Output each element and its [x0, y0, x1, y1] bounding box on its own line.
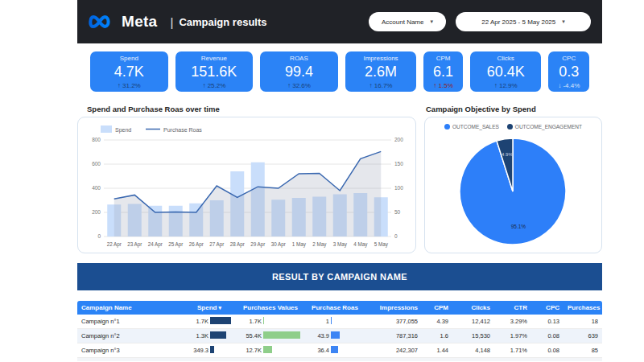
legend-dot-icon — [507, 124, 513, 130]
x-axis-label: 22 Apr — [107, 241, 122, 248]
kpi-label: ROAS — [263, 55, 335, 62]
column-header-label: Purchases — [568, 304, 600, 311]
chevron-down-icon: ▾ — [562, 19, 565, 25]
kpi-card-cpc: CPC0.3↓ -4.4% — [548, 51, 589, 92]
left-axis-tick: 0 — [97, 233, 101, 239]
kpi-card-clicks: Clicks60.4K↑ 12.9% — [470, 51, 542, 92]
account-name-dropdown[interactable]: Account Name ▾ — [369, 12, 446, 31]
table-row[interactable]: Campaign n°11.7K1.7K1377,0554.3912,4123.… — [77, 315, 602, 329]
kpi-delta: ↑ 12.9% — [473, 82, 539, 89]
pie-plot[interactable]: 95.1%4.9% — [425, 130, 601, 253]
charts-row: 002005040010060015080020022 Apr23 Apr24 … — [77, 117, 602, 253]
down-arrow-icon: ↓ — [558, 82, 561, 89]
pie-legend-item: OUTCOME_SALES — [444, 124, 499, 130]
ctr-cell: 3.29% — [494, 315, 531, 328]
column-header-label: Purchase Roas — [312, 304, 358, 311]
cell-value: 55.4K — [239, 332, 263, 339]
kpi-card-revenue: Revenue151.6K↑ 25.2% — [175, 51, 254, 92]
ctr-cell: 1.71% — [494, 343, 531, 357]
legend-label: OUTCOME_ENGAGEMENT — [515, 124, 582, 130]
kpi-value: 99.4 — [263, 64, 335, 80]
pie-chart-svg[interactable]: 95.1%4.9% — [425, 130, 601, 250]
up-arrow-icon: ↑ — [287, 82, 291, 89]
up-arrow-icon: ↑ — [202, 82, 205, 89]
account-name-label: Account Name — [382, 19, 423, 26]
cpm-cell: 4.39 — [422, 315, 452, 328]
kpi-delta: ↑ 1.5% — [427, 82, 460, 89]
column-header-spend[interactable]: Spend▾ — [184, 301, 235, 315]
campaign-table: Campaign NameSpend▾Purchases ValuesPurch… — [77, 301, 602, 361]
purchases-cell: 639 — [564, 329, 602, 343]
impressions-cell: 787,316 — [364, 329, 422, 343]
x-axis-label: 2 May — [312, 241, 327, 248]
kpi-value: 60.4K — [473, 64, 539, 80]
column-header-purchases-values[interactable]: Purchases Values — [235, 301, 306, 315]
kpi-value: 4.7K — [93, 64, 165, 80]
date-range-dropdown[interactable]: 22 Apr 2025 - 5 May 2025 ▾ — [456, 12, 591, 31]
clicks-cell: 4,148 — [452, 343, 494, 357]
data-bar — [331, 346, 338, 353]
cell-value: 12.7K — [239, 347, 263, 354]
column-header-cpc[interactable]: CPC — [531, 301, 564, 315]
results-banner: RESULT BY CAMPAIGN NAME — [77, 263, 602, 290]
kpi-card-roas: ROAS99.4↑ 32.6% — [260, 51, 338, 92]
column-header-purchase-roas[interactable]: Purchase Roas — [306, 301, 364, 315]
cell-value: 1.7K — [188, 318, 210, 325]
kpi-delta: ↑ 16.7% — [349, 82, 414, 89]
cell-value: 43.9 — [310, 332, 331, 339]
campaign-objective-pie-chart[interactable]: OUTCOME_SALESOUTCOME_ENGAGEMENT 95.1%4.9… — [424, 117, 602, 253]
page-title: Campaign results — [179, 16, 266, 28]
impressions-cell: 242,307 — [364, 343, 422, 357]
data-bar — [263, 317, 264, 324]
kpi-value: 6.1 — [427, 64, 460, 80]
table-partial-next-row — [77, 358, 602, 361]
x-axis-label: 1 May — [292, 241, 307, 248]
right-axis-tick: 100 — [394, 185, 403, 191]
chevron-down-icon: ▾ — [430, 19, 433, 25]
kpi-label: Clicks — [473, 55, 539, 62]
legend-spend-label: Spend — [115, 127, 131, 134]
column-header-clicks[interactable]: Clicks — [452, 301, 494, 315]
table-row[interactable]: Campaign n°3349.312.7K36.4242,3071.444,1… — [77, 343, 602, 358]
cpc-cell: 0.13 — [531, 315, 564, 328]
kpi-delta: ↑ 25.2% — [179, 82, 250, 89]
legend-spend-swatch — [101, 125, 112, 133]
pie-legend-item: OUTCOME_ENGAGEMENT — [507, 124, 582, 130]
cpc-cell: 0.08 — [531, 329, 564, 343]
impressions-cell: 377,055 — [364, 315, 422, 328]
pie-chart-title: Campaign Objective by Spend — [424, 105, 536, 113]
column-header-cpm[interactable]: CPM — [422, 301, 452, 315]
date-range-label: 22 Apr 2025 - 5 May 2025 — [481, 19, 555, 26]
column-header-campaign-name[interactable]: Campaign Name — [77, 301, 184, 315]
cpm-cell: 1.6 — [422, 329, 452, 343]
up-arrow-icon: ↑ — [118, 82, 121, 89]
left-axis-tick: 800 — [92, 137, 101, 142]
x-axis-label: 3 May — [333, 241, 348, 248]
right-axis-tick: 200 — [394, 137, 403, 142]
spend-roas-combo-chart[interactable]: 002005040010060015080020022 Apr23 Apr24 … — [77, 117, 416, 253]
cell-value: 36.4 — [310, 347, 331, 354]
dashboard-page: Meta | Campaign results Account Name ▾ 2… — [77, 0, 602, 361]
purchases-cell: 18 — [564, 315, 602, 328]
data-bar — [210, 346, 214, 353]
column-header-impressions[interactable]: Impressions — [364, 301, 422, 315]
table-body: Campaign n°11.7K1.7K1377,0554.3912,4123.… — [77, 315, 602, 358]
column-header-label: Campaign Name — [81, 304, 132, 311]
legend-dot-icon — [444, 124, 450, 130]
column-header-label: Spend — [197, 304, 217, 311]
column-header-label: CPM — [434, 304, 448, 311]
combo-chart-svg[interactable]: 002005040010060015080020022 Apr23 Apr24 … — [78, 117, 415, 253]
combo-chart-title: Spend and Purchase Roas over time — [77, 105, 424, 113]
cell-value: 1.3K — [188, 332, 210, 339]
column-header-ctr[interactable]: CTR — [494, 301, 531, 315]
campaign-name-cell: Campaign n°3 — [77, 343, 184, 357]
kpi-label: CPC — [551, 55, 586, 62]
kpi-value: 2.6M — [349, 64, 414, 80]
section-titles: Spend and Purchase Roas over time Campai… — [77, 105, 602, 113]
table-row[interactable]: Campaign n°21.3K55.4K43.9787,3161.615,53… — [77, 329, 602, 343]
x-axis-label: 24 Apr — [148, 241, 163, 248]
cpm-cell: 1.44 — [422, 343, 452, 357]
column-header-label: CTR — [514, 304, 527, 311]
data-bar — [263, 331, 300, 339]
column-header-purchases[interactable]: Purchases — [564, 301, 602, 315]
